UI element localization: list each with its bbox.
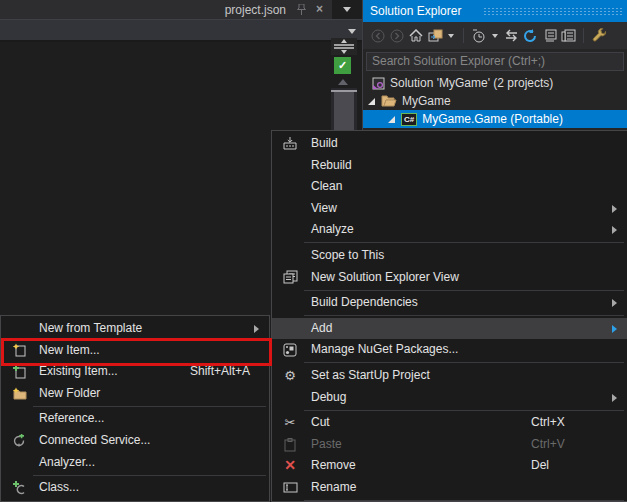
tree-item-label: MyGame <box>402 94 451 108</box>
cut-icon: ✂ <box>280 412 300 434</box>
menu-separator <box>33 475 266 476</box>
menu-item-cut[interactable]: ✂ Cut Ctrl+X <box>272 412 627 434</box>
class-icon <box>9 477 29 499</box>
menu-separator <box>304 242 624 243</box>
new-solution-explorer-view-icon <box>280 267 300 289</box>
sync-with-active-document-icon[interactable] <box>503 28 519 44</box>
rename-icon <box>280 477 300 499</box>
menu-separator <box>304 315 624 316</box>
tab-title: project.json <box>225 3 286 17</box>
tab-strip: project.json × <box>0 0 362 19</box>
menu-separator <box>304 410 624 411</box>
menu-item-manage-nuget-packages[interactable]: Manage NuGet Packages... <box>272 339 627 361</box>
menu-item-add[interactable]: Add <box>272 318 627 340</box>
tab-project-json[interactable]: project.json × <box>215 0 332 19</box>
menu-item-reference[interactable]: Reference... <box>1 408 269 430</box>
solution-explorer-title-bar[interactable]: Solution Explorer <box>363 0 627 22</box>
tree-item-label: MyGame.Game (Portable) <box>422 112 563 126</box>
menu-item-rebuild[interactable]: Rebuild <box>272 155 627 177</box>
title-drag-texture <box>483 7 623 16</box>
menu-item-new-solution-explorer-view[interactable]: New Solution Explorer View <box>272 267 627 289</box>
tab-overflow-button[interactable] <box>332 0 362 19</box>
open-folder-icon <box>381 95 397 107</box>
menu-item-scope-to-this[interactable]: Scope to This <box>272 245 627 267</box>
menu-separator <box>33 406 266 407</box>
menu-item-paste[interactable]: Paste Ctrl+V <box>272 434 627 456</box>
vs-window: project.json × ✓ Soluti <box>0 0 627 502</box>
connected-service-icon <box>9 430 29 452</box>
menu-item-build[interactable]: Build <box>272 133 627 155</box>
new-folder-icon <box>9 383 29 405</box>
splitter-grip[interactable] <box>331 38 357 55</box>
properties-icon[interactable] <box>591 28 607 44</box>
menu-item-existing-item[interactable]: Existing Item... Shift+Alt+A <box>1 361 269 383</box>
csharp-project-icon: C# <box>401 113 417 126</box>
shortcut-label: Shift+Alt+A <box>190 361 250 383</box>
paste-icon <box>280 434 300 456</box>
collapse-all-icon[interactable] <box>541 28 557 44</box>
submenu-arrow-icon <box>612 325 617 333</box>
menu-separator <box>304 362 624 363</box>
toolbar-separator <box>583 28 584 43</box>
chevron-down-icon <box>348 29 356 34</box>
project-context-menu: Build Rebuild Clean View Analyze Scope t… <box>271 130 627 502</box>
close-icon[interactable]: × <box>313 0 326 19</box>
show-all-files-icon[interactable] <box>560 28 576 44</box>
editor-navigation-bar[interactable] <box>0 19 362 42</box>
submenu-arrow-icon <box>612 394 617 402</box>
menu-item-clean[interactable]: Clean <box>272 176 627 198</box>
submenu-arrow-icon <box>254 325 259 333</box>
nuget-icon <box>280 339 300 361</box>
remove-icon: ✕ <box>280 455 300 477</box>
menu-separator <box>304 500 624 501</box>
menu-item-build-dependencies[interactable]: Build Dependencies <box>272 292 627 314</box>
shortcut-label: Del <box>531 455 549 477</box>
new-item-icon <box>9 340 29 362</box>
pin-icon[interactable] <box>297 4 310 15</box>
gear-icon: ⚙ <box>280 365 300 387</box>
menu-item-debug[interactable]: Debug <box>272 387 627 409</box>
menu-item-set-as-startup-project[interactable]: ⚙ Set as StartUp Project <box>272 365 627 387</box>
submenu-arrow-icon <box>612 299 617 307</box>
menu-item-new-from-template[interactable]: New from Template <box>1 318 269 340</box>
solution-icon <box>372 77 385 90</box>
menu-item-analyzer[interactable]: Analyzer... <box>1 452 269 474</box>
chevron-down-icon[interactable] <box>448 34 454 38</box>
solution-tree: Solution 'MyGame' (2 projects) MyGame C#… <box>363 74 627 128</box>
pending-changes-filter-icon[interactable] <box>471 28 487 44</box>
submenu-arrow-icon <box>612 205 617 213</box>
chevron-down-icon[interactable] <box>492 34 498 38</box>
expander-icon[interactable] <box>368 98 375 105</box>
solution-explorer-toolbar <box>363 22 627 49</box>
menu-item-analyze[interactable]: Analyze <box>272 219 627 241</box>
shortcut-label: Ctrl+V <box>531 434 565 456</box>
chevron-down-icon <box>343 7 351 12</box>
scrollbar-up-arrow[interactable] <box>338 79 348 85</box>
home-icon[interactable] <box>408 28 424 44</box>
menu-item-class[interactable]: Class... <box>1 477 269 499</box>
build-icon <box>280 133 300 155</box>
menu-item-rename[interactable]: Rename <box>272 477 627 499</box>
refresh-icon[interactable] <box>522 28 538 44</box>
toolbar-separator <box>463 28 464 43</box>
tree-item-solution[interactable]: Solution 'MyGame' (2 projects) <box>363 74 627 92</box>
menu-separator <box>304 290 624 291</box>
document-health-indicator[interactable]: ✓ <box>334 57 351 74</box>
shortcut-label: Ctrl+X <box>531 412 565 434</box>
panel-title: Solution Explorer <box>370 4 461 18</box>
search-input[interactable]: Search Solution Explorer (Ctrl+;) <box>366 52 624 71</box>
forward-icon[interactable] <box>389 28 405 44</box>
submenu-arrow-icon <box>612 226 617 234</box>
expander-icon[interactable] <box>388 116 395 123</box>
menu-item-new-item[interactable]: New Item... <box>1 340 269 362</box>
add-submenu: New from Template New Item... Existing I… <box>0 315 270 502</box>
menu-item-remove[interactable]: ✕ Remove Del <box>272 455 627 477</box>
menu-item-view[interactable]: View <box>272 198 627 220</box>
back-icon[interactable] <box>370 28 386 44</box>
tree-item-mygame-game[interactable]: C# MyGame.Game (Portable) <box>363 110 627 128</box>
tree-item-label: Solution 'MyGame' (2 projects) <box>390 76 553 90</box>
menu-item-new-folder[interactable]: New Folder <box>1 383 269 405</box>
tree-item-mygame[interactable]: MyGame <box>363 92 627 110</box>
switch-views-icon[interactable] <box>427 28 443 44</box>
menu-item-connected-service[interactable]: Connected Service... <box>1 430 269 452</box>
